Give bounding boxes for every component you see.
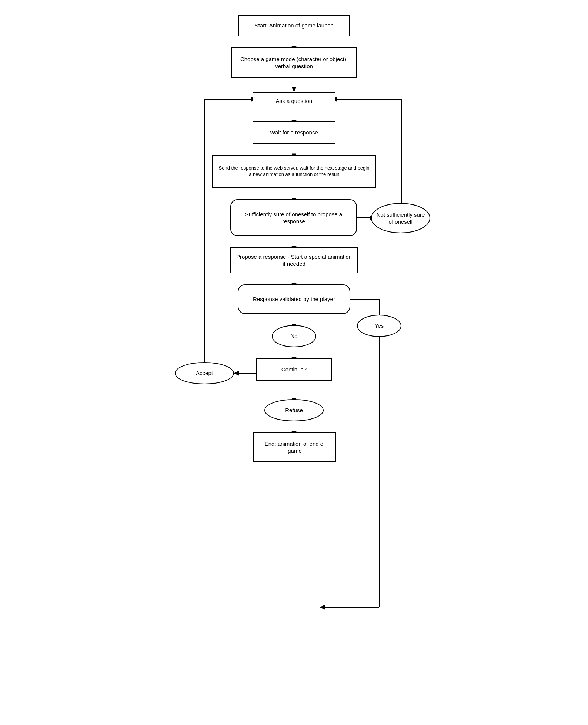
svg-marker-26 (320, 605, 325, 609)
svg-marker-3 (292, 87, 296, 92)
node-refuse: Refuse (264, 399, 324, 421)
node-start: Start: Animation of game launch (238, 15, 350, 36)
node-ask: Ask a question (253, 92, 335, 110)
node-propose: Propose a response - Start a special ani… (230, 247, 358, 273)
flowchart: Start: Animation of game launch Choose a… (150, 7, 438, 711)
node-accept: Accept (175, 362, 234, 384)
svg-marker-30 (234, 371, 239, 375)
node-choose: Choose a game mode (character or object)… (231, 47, 357, 78)
node-sure: Sufficiently sure of oneself to propose … (230, 199, 357, 236)
node-end: End: animation of end of game (253, 432, 336, 462)
node-yes: Yes (357, 315, 401, 337)
node-wait: Wait for a response (253, 121, 335, 144)
node-no: No (272, 325, 316, 347)
node-send: Send the response to the web server, wai… (212, 155, 376, 188)
node-notsure: Not sufficiently sure of oneself (371, 203, 430, 233)
node-continue: Continue? (256, 358, 332, 381)
node-validated: Response validated by the player (238, 284, 350, 314)
